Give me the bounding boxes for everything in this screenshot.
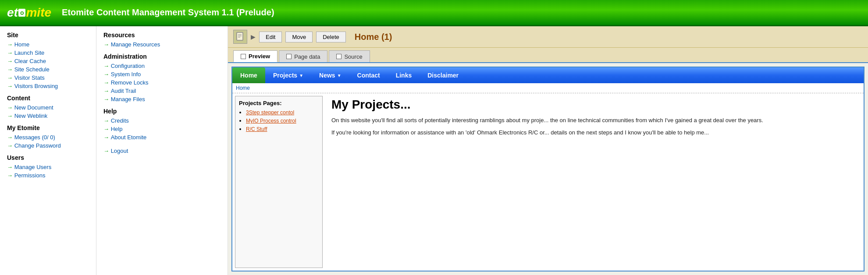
doc-toolbar: ▶ Edit Move Delete Home (1) — [228, 26, 868, 48]
site-nav-links[interactable]: Links — [388, 67, 420, 83]
tab-page-data[interactable]: Page data — [279, 50, 327, 62]
tabs-bar: Preview Page data Source — [228, 48, 868, 63]
site-nav-news-label: News — [319, 72, 335, 79]
main-paragraph-1: On this website you'll find all sorts of… — [331, 116, 857, 125]
logo-mite: mite — [26, 6, 51, 20]
site-nav-news[interactable]: News ▼ — [311, 67, 349, 83]
nav-credits[interactable]: Credits — [103, 116, 221, 125]
layout: Site Home Launch Site Clear Cache Site S… — [0, 26, 868, 275]
nav-help[interactable]: Help — [103, 125, 221, 133]
sidebar-section-content: Content — [7, 95, 89, 102]
site-nav-links-label: Links — [396, 72, 412, 79]
sidebar-permissions[interactable]: Permissions — [7, 171, 89, 180]
tab-page-data-label: Page data — [294, 53, 320, 60]
right-section-help: Help — [103, 108, 221, 115]
left-panel: Projects Pages: 3Step stepper contol MyI… — [235, 96, 323, 268]
doc-arrow-icon: ▶ — [251, 33, 256, 40]
sidebar: Site Home Launch Site Clear Cache Site S… — [0, 26, 96, 275]
site-nav-disclaimer-label: Disclaimer — [427, 72, 459, 79]
site-nav-home-label: Home — [240, 72, 257, 79]
logo-box: o — [18, 9, 26, 17]
sidebar-section-site: Site — [7, 32, 89, 39]
site-nav-projects-arrow-icon: ▼ — [299, 73, 303, 78]
content-frame: Home Projects ▼ News ▼ Contact Links — [231, 67, 864, 271]
right-nav-column: Resources Manage Resources Administratio… — [96, 26, 228, 275]
nav-remove-locks[interactable]: Remove Locks — [103, 78, 221, 87]
frame-inner: Home Projects ▼ News ▼ Contact Links — [232, 67, 864, 271]
site-nav-contact[interactable]: Contact — [349, 67, 388, 83]
main-paragraph-2: If you're looking for information or ass… — [331, 128, 857, 137]
logo-eto: et — [7, 6, 18, 20]
sidebar-visitors-browsing[interactable]: Visitors Browsing — [7, 82, 89, 90]
right-section-admin: Administration — [103, 53, 221, 60]
tab-preview-checkbox — [241, 54, 246, 59]
list-item: R/C Stuff — [246, 126, 319, 132]
list-item: MyIO Process control — [246, 117, 319, 124]
sidebar-clear-cache[interactable]: Clear Cache — [7, 57, 89, 65]
tab-preview[interactable]: Preview — [233, 50, 277, 62]
nav-audit-trail[interactable]: Audit Trail — [103, 87, 221, 95]
panel-title: Projects Pages: — [239, 100, 319, 106]
right-panel: My Projects... On this website you'll fi… — [325, 93, 864, 271]
sidebar-manage-users[interactable]: Manage Users — [7, 163, 89, 171]
tab-source-label: Source — [344, 53, 362, 60]
sidebar-site-schedule[interactable]: Site Schedule — [7, 65, 89, 74]
doc-title: Home (1) — [355, 32, 392, 42]
header-title: Etomite Content Management System 1.1 (P… — [62, 7, 274, 18]
logo: etomite — [7, 6, 51, 20]
breadcrumb-home[interactable]: Home — [236, 85, 250, 91]
sidebar-section-users: Users — [7, 154, 89, 161]
delete-button[interactable]: Delete — [316, 32, 346, 42]
nav-configuration[interactable]: Configuration — [103, 62, 221, 70]
sidebar-new-weblink[interactable]: New Weblink — [7, 112, 89, 120]
move-button[interactable]: Move — [285, 32, 313, 42]
site-nav-projects-label: Projects — [273, 72, 297, 79]
tab-preview-label: Preview — [249, 53, 270, 60]
right-section-resources: Resources — [103, 32, 221, 39]
main-area: ▶ Edit Move Delete Home (1) Preview Page… — [228, 26, 868, 275]
sidebar-home[interactable]: Home — [7, 40, 89, 49]
panel-link-1[interactable]: 3Step stepper contol — [246, 109, 294, 116]
edit-button[interactable]: Edit — [259, 32, 282, 42]
site-nav-contact-label: Contact — [357, 72, 380, 79]
list-item: 3Step stepper contol — [246, 109, 319, 116]
panel-link-3[interactable]: R/C Stuff — [246, 126, 267, 132]
panel-list: 3Step stepper contol MyIO Process contro… — [239, 109, 319, 132]
site-nav-news-arrow-icon: ▼ — [337, 73, 342, 78]
sidebar-launch-site[interactable]: Launch Site — [7, 49, 89, 57]
tab-source[interactable]: Source — [329, 50, 370, 62]
nav-manage-resources[interactable]: Manage Resources — [103, 40, 221, 49]
breadcrumb: Home — [232, 83, 864, 93]
sidebar-section-my-etomite: My Etomite — [7, 124, 89, 131]
site-nav: Home Projects ▼ News ▼ Contact Links — [232, 67, 864, 83]
nav-system-info[interactable]: System Info — [103, 70, 221, 78]
main-heading: My Projects... — [331, 98, 857, 112]
sidebar-new-document[interactable]: New Document — [7, 103, 89, 112]
header: etomite Etomite Content Management Syste… — [0, 0, 868, 26]
site-nav-projects[interactable]: Projects ▼ — [265, 67, 311, 83]
nav-manage-files[interactable]: Manage Files — [103, 95, 221, 103]
sidebar-visitor-stats[interactable]: Visitor Stats — [7, 74, 89, 82]
panel-link-2[interactable]: MyIO Process control — [246, 118, 296, 124]
content-body: Projects Pages: 3Step stepper contol MyI… — [232, 93, 864, 271]
nav-about-etomite[interactable]: About Etomite — [103, 133, 221, 141]
site-nav-home[interactable]: Home — [232, 67, 265, 83]
site-nav-disclaimer[interactable]: Disclaimer — [420, 67, 466, 83]
doc-icon — [233, 30, 247, 44]
tab-pagedata-checkbox — [286, 54, 292, 59]
sidebar-change-password[interactable]: Change Password — [7, 141, 89, 150]
sidebar-messages[interactable]: Messages (0/ 0) — [7, 133, 89, 141]
tab-source-checkbox — [336, 54, 342, 59]
nav-logout[interactable]: Logout — [103, 147, 221, 155]
svg-rect-0 — [237, 32, 243, 40]
